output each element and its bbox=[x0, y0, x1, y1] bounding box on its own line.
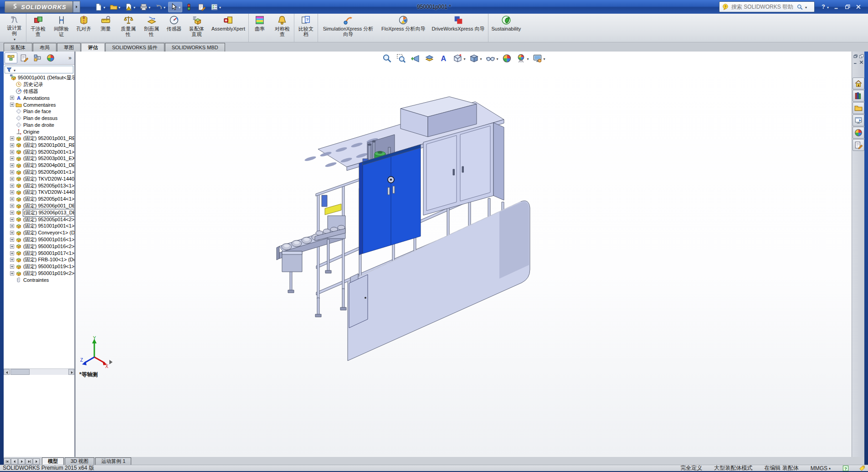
tree-item[interactable]: (固定) 952003p001_EXTEN bbox=[4, 156, 74, 162]
tree-expander-icon[interactable] bbox=[10, 184, 14, 188]
view-toolbar-button[interactable] bbox=[382, 54, 392, 63]
tree-expander-icon[interactable] bbox=[10, 231, 14, 235]
view-toolbar-button[interactable] bbox=[453, 54, 465, 63]
view-toolbar-button[interactable] bbox=[486, 54, 498, 63]
document-window-button[interactable] bbox=[853, 59, 858, 65]
units-selector[interactable]: MMGS ▴ bbox=[811, 465, 831, 472]
ribbon-tool-button[interactable]: SimulationXpress 分析向导 bbox=[318, 14, 378, 42]
window-button[interactable] bbox=[844, 4, 851, 10]
tree-expander-icon[interactable] bbox=[10, 224, 14, 228]
document-tab[interactable]: 模型 bbox=[42, 457, 64, 465]
tree-item[interactable]: (固定) 950001p016<1> (D bbox=[4, 236, 74, 243]
ribbon-tool-button[interactable]: DriveWorksXpress 向导 bbox=[429, 14, 488, 42]
tree-expander-icon[interactable] bbox=[10, 96, 14, 100]
ribbon-tool-button[interactable]: 曲率 bbox=[248, 14, 271, 42]
ribbon-tool-button[interactable]: 间隙验证 bbox=[50, 14, 73, 42]
tree-item[interactable]: (固定) 952005p014<1> (D bbox=[4, 196, 74, 202]
tree-item[interactable]: Plan de dessus bbox=[4, 115, 74, 122]
search-caret[interactable] bbox=[805, 4, 807, 10]
tab-nav-button[interactable] bbox=[33, 458, 40, 465]
tab-nav-button[interactable] bbox=[11, 458, 18, 465]
tree-item[interactable]: (固定) FRB-100<1> (Défa bbox=[4, 257, 74, 264]
tree-item[interactable]: (固定) 952005p014<2> (D bbox=[4, 216, 74, 223]
menu-flyout-button[interactable] bbox=[73, 1, 80, 13]
view-toolbar-button[interactable] bbox=[396, 54, 406, 63]
quick-access-button[interactable] bbox=[138, 2, 152, 12]
tree-expander-icon[interactable] bbox=[10, 211, 14, 215]
tree-expander-icon[interactable] bbox=[10, 163, 14, 167]
quick-access-button[interactable] bbox=[93, 2, 107, 12]
tree-item[interactable]: (固定) 950001p019<1> (D bbox=[4, 263, 74, 270]
tree-item[interactable]: (固定) Conveyor<1> (Déf bbox=[4, 229, 74, 236]
tab-nav-button[interactable] bbox=[18, 458, 25, 465]
panel-tab[interactable] bbox=[31, 52, 44, 63]
status-icon-button[interactable] bbox=[842, 465, 849, 472]
window-button[interactable] bbox=[820, 4, 829, 10]
ribbon-tool-button[interactable]: 测量 bbox=[95, 14, 117, 42]
command-tab[interactable]: 装配体 bbox=[4, 43, 32, 52]
search-input[interactable] bbox=[730, 3, 795, 10]
tree-expander-icon[interactable] bbox=[10, 251, 14, 255]
tree-expander-icon[interactable] bbox=[10, 143, 14, 147]
view-toolbar-button[interactable] bbox=[517, 54, 529, 63]
task-pane-tab[interactable] bbox=[853, 127, 864, 139]
scroll-right-arrow[interactable] bbox=[68, 369, 74, 375]
quick-access-button[interactable] bbox=[196, 2, 208, 12]
tree-item[interactable]: (固定) 952005p001<1> (D bbox=[4, 169, 74, 176]
tree-filter-box[interactable] bbox=[5, 66, 73, 73]
scroll-thumb[interactable] bbox=[10, 369, 30, 375]
window-button[interactable] bbox=[855, 4, 862, 10]
task-pane-tab[interactable] bbox=[853, 78, 864, 89]
panel-flyout-arrow[interactable] bbox=[109, 360, 113, 364]
tree-expander-icon[interactable] bbox=[10, 197, 14, 201]
tree-item[interactable]: (固定) 952005p013<1> (D bbox=[4, 182, 74, 189]
tree-expander-icon[interactable] bbox=[10, 204, 14, 208]
panel-tab[interactable] bbox=[5, 52, 17, 63]
tree-expander-icon[interactable] bbox=[10, 238, 14, 242]
ribbon-tool-button[interactable]: AssemblyXpert bbox=[208, 14, 248, 42]
quick-access-button[interactable] bbox=[153, 2, 167, 12]
tree-item[interactable]: (固定) 952004p001_DEFAU bbox=[4, 162, 74, 169]
tree-expander-icon[interactable] bbox=[10, 190, 14, 194]
tree-item[interactable]: Annotations bbox=[4, 94, 74, 101]
panel-tabs-overflow-chevron[interactable]: » bbox=[68, 55, 73, 61]
search-magnifier-icon[interactable] bbox=[797, 4, 803, 10]
tree-item[interactable]: (固定) 950001p019<2> (D bbox=[4, 270, 74, 277]
quick-access-button[interactable] bbox=[123, 2, 137, 12]
document-window-button[interactable] bbox=[858, 53, 864, 59]
task-pane-tab[interactable] bbox=[853, 114, 864, 126]
task-pane-tab[interactable] bbox=[853, 102, 864, 114]
view-toolbar-button[interactable] bbox=[425, 54, 435, 63]
ribbon-tool-button[interactable]: 对称检查 bbox=[271, 14, 294, 42]
panel-tab[interactable] bbox=[44, 52, 57, 63]
quick-access-button[interactable] bbox=[183, 2, 195, 12]
status-icon-button[interactable] bbox=[859, 465, 865, 472]
tree-item[interactable]: Plan de droite bbox=[4, 122, 74, 129]
ribbon-tool-button[interactable]: 比较文档 bbox=[294, 14, 318, 42]
ribbon-tool-button[interactable]: Sustainability bbox=[488, 14, 524, 42]
quick-access-button[interactable] bbox=[108, 2, 122, 12]
tree-expander-icon[interactable] bbox=[10, 150, 14, 154]
command-tab[interactable]: SOLIDWORKS MBD bbox=[165, 43, 225, 52]
tree-expander-icon[interactable] bbox=[10, 218, 14, 222]
view-toolbar-button[interactable] bbox=[503, 54, 513, 63]
tree-expander-icon[interactable] bbox=[10, 265, 14, 269]
tree-item[interactable]: (固定) 952006p001_DEFAU bbox=[4, 202, 74, 209]
tree-item[interactable]: (固定) 952006p013_DEFAU bbox=[4, 209, 74, 216]
document-window-button[interactable] bbox=[858, 59, 864, 65]
tree-item[interactable]: Commentaires bbox=[4, 101, 74, 108]
ribbon-tool-button[interactable]: 设计算例 bbox=[3, 14, 26, 42]
tree-item[interactable]: 950001p001 (Défaut<显示状 bbox=[4, 74, 74, 81]
tree-item[interactable]: (固定) TKVD20W-1440<2 bbox=[4, 189, 74, 196]
task-pane-tab[interactable] bbox=[853, 139, 864, 151]
tree-item[interactable]: Origine bbox=[4, 128, 74, 135]
tree-expander-icon[interactable] bbox=[10, 271, 14, 275]
document-tab[interactable]: 3D 视图 bbox=[65, 457, 94, 465]
tree-expander-icon[interactable] bbox=[10, 136, 14, 140]
tree-item[interactable]: (固定) 952001p001_RETRA bbox=[4, 135, 74, 142]
ribbon-tool-button[interactable]: 质量属性 bbox=[117, 14, 140, 42]
document-tab[interactable]: 运动算例 1 bbox=[95, 457, 131, 465]
scroll-left-arrow[interactable] bbox=[4, 369, 10, 375]
tree-item[interactable]: (固定) 952002p001<1> (D bbox=[4, 149, 74, 156]
window-button[interactable] bbox=[833, 4, 840, 10]
